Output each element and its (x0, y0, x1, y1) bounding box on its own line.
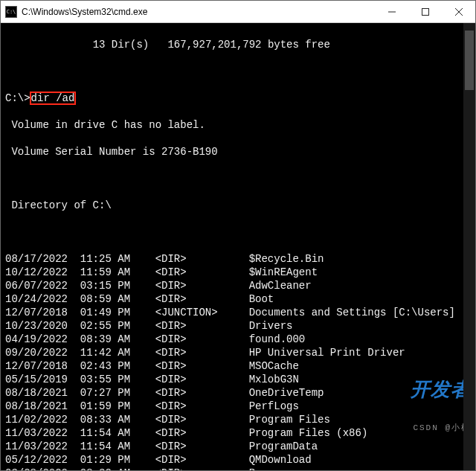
terminal-body[interactable]: 13 Dir(s) 167,927,201,792 bytes free C:\… (1, 23, 475, 470)
scrollbar-thumb[interactable] (465, 31, 474, 90)
command-text: dir /ad (30, 92, 76, 104)
dir-entry: 11/03/2022 11:54 AM <DIR> Program Files … (5, 426, 472, 440)
minimize-icon (388, 8, 396, 16)
blank (5, 65, 472, 78)
dir-entry: 08/18/2021 01:59 PM <DIR> PerfLogs (5, 400, 472, 413)
dir-entry: 05/15/2019 03:55 PM <DIR> MxlobG3N (5, 373, 472, 386)
close-icon (455, 8, 463, 16)
dir-entry: 09/20/2022 11:42 AM <DIR> HP Universal P… (5, 346, 472, 359)
close-button[interactable] (442, 1, 475, 22)
window-title: C:\Windows\System32\cmd.exe (22, 7, 375, 17)
dir-entry: 10/23/2020 02:55 PM <DIR> Drivers (5, 319, 472, 333)
dir-entry: 10/12/2022 11:59 AM <DIR> $WinREAgent (5, 266, 472, 279)
dir-entry: 11/03/2022 11:54 AM <DIR> ProgramData (5, 440, 472, 453)
dir-entry: 05/12/2022 01:29 PM <DIR> QMDownload (5, 453, 472, 467)
prev-summary: 13 Dir(s) 167,927,201,792 bytes free (5, 38, 472, 51)
dir-listing: 08/17/2022 11:25 AM <DIR> $Recycle.Bin10… (5, 252, 472, 470)
dir-entry: 12/07/2018 02:43 PM <DIR> MSOCache (5, 359, 472, 373)
titlebar[interactable]: C:\Windows\System32\cmd.exe (1, 1, 475, 23)
svg-rect-1 (422, 8, 428, 15)
dir-entry: 04/19/2022 08:39 AM <DIR> found.000 (5, 333, 472, 346)
dir-entry: 03/28/2022 08:32 AM <DIR> Recovery (5, 467, 472, 470)
dir-entry: 12/07/2018 01:49 PM <JUNCTION> Documents… (5, 306, 472, 319)
prompt-line: C:\>dir /ad (5, 92, 472, 105)
maximize-icon (422, 8, 429, 16)
directory-of: Directory of C:\ (5, 199, 472, 212)
dir-entry: 10/24/2022 08:59 AM <DIR> Boot (5, 292, 472, 306)
volume-line: Volume in drive C has no label. (5, 118, 472, 132)
cmd-icon (5, 6, 17, 18)
blank (5, 172, 472, 185)
window-controls (375, 1, 475, 22)
dir-entry: 08/17/2022 11:25 AM <DIR> $Recycle.Bin (5, 252, 472, 266)
cmd-window: C:\Windows\System32\cmd.exe 13 Dir(s) 16… (0, 0, 476, 471)
prompt: C:\> (5, 92, 30, 104)
dir-entry: 08/18/2021 07:27 PM <DIR> OneDriveTemp (5, 386, 472, 400)
maximize-button[interactable] (408, 1, 442, 22)
blank (5, 225, 472, 239)
scrollbar[interactable] (463, 23, 475, 470)
dir-entry: 06/07/2022 03:15 PM <DIR> AdwCleaner (5, 279, 472, 292)
minimize-button[interactable] (375, 1, 408, 22)
dir-entry: 11/02/2022 08:33 AM <DIR> Program Files (5, 413, 472, 426)
serial-line: Volume Serial Number is 2736-B190 (5, 145, 472, 158)
